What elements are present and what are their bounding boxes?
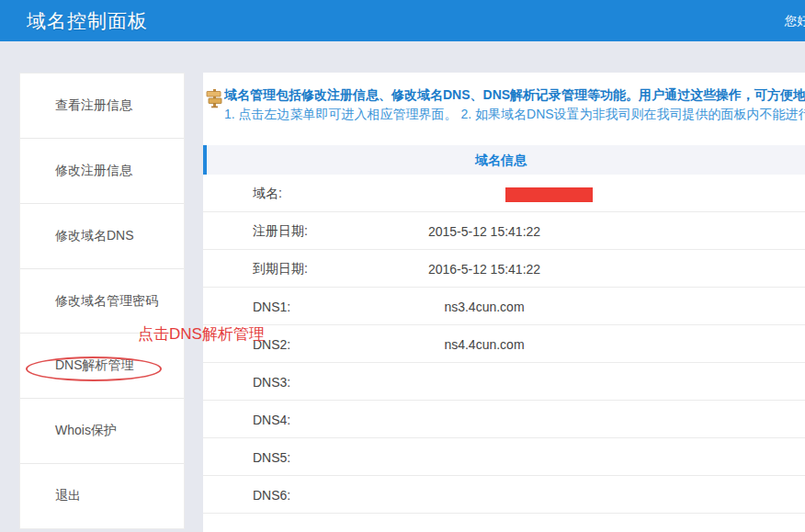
row-value	[300, 363, 668, 401]
row-value	[300, 401, 668, 438]
sidebar-item-logout[interactable]: 退出	[20, 463, 184, 528]
notice-text: 域名管理包括修改注册信息、修改域名DNS、DNS解析记录管理等功能。用户通过这些…	[224, 85, 805, 124]
annotation-tip-text: 点击DNS解析管理	[138, 323, 265, 345]
page: 域名控制面板 您好 查看注册信息 修改注册信息 修改域名DNS 修改域名管理密码…	[0, 0, 805, 532]
sidebar-item-modify-registration[interactable]: 修改注册信息	[20, 138, 184, 203]
row-value	[300, 476, 668, 514]
table-row-dns3: DNS3:	[203, 363, 805, 401]
sidebar-item-label: 修改注册信息	[55, 163, 132, 179]
signpost-icon	[205, 88, 223, 108]
row-value: 2015-5-12 15:41:22	[300, 212, 668, 250]
table-row-dns4: DNS4:	[203, 401, 805, 438]
table-row-dns5: DNS5:	[203, 438, 805, 476]
table-row-expire-date: 到期日期: 2016-5-12 15:41:22	[203, 250, 805, 288]
sidebar-item-label: DNS解析管理	[55, 357, 134, 374]
sidebar-item-label: 修改域名DNS	[55, 228, 134, 244]
row-label: DNS3:	[253, 363, 290, 401]
row-label: DNS5:	[253, 438, 290, 476]
row-label: DNS4:	[253, 401, 290, 438]
table-row-dns2: DNS2: ns4.4cun.com	[203, 325, 805, 363]
sidebar-item-label: 修改域名管理密码	[55, 293, 158, 310]
row-label: 到期日期:	[253, 250, 308, 288]
section-title: 域名信息	[207, 145, 795, 175]
table-row-domain: 域名:	[203, 175, 805, 212]
notice-line2: 1. 点击左边菜单即可进入相应管理界面。 2. 如果域名DNS设置为非我司则在我…	[224, 105, 805, 124]
table-row-register-date: 注册日期: 2015-5-12 15:41:22	[203, 212, 805, 250]
row-value: 2016-5-12 15:41:22	[300, 250, 668, 288]
sidebar-item-modify-dns[interactable]: 修改域名DNS	[20, 203, 184, 268]
sidebar-menu: 查看注册信息 修改注册信息 修改域名DNS 修改域名管理密码 DNS解析管理 W…	[19, 73, 185, 529]
page-title: 域名控制面板	[27, 8, 148, 34]
sidebar-item-label: 退出	[55, 488, 81, 504]
row-label: 注册日期:	[253, 212, 308, 250]
sidebar-item-label: 查看注册信息	[55, 97, 132, 114]
sidebar-item-label: Whois保护	[55, 423, 117, 439]
row-label: DNS1:	[253, 288, 290, 325]
main-panel: 域名管理包括修改注册信息、修改域名DNS、DNS解析记录管理等功能。用户通过这些…	[203, 73, 805, 532]
row-label: 域名:	[253, 175, 282, 212]
row-value: ns4.4cun.com	[300, 325, 668, 363]
user-greeting: 您好	[785, 13, 805, 29]
table-row-dns6: DNS6:	[203, 476, 805, 514]
row-value	[300, 175, 668, 212]
table-row-dns1: DNS1: ns3.4cun.com	[203, 288, 805, 325]
sidebar-item-view-registration[interactable]: 查看注册信息	[20, 74, 184, 138]
notice-line1: 域名管理包括修改注册信息、修改域名DNS、DNS解析记录管理等功能。用户通过这些…	[224, 85, 805, 105]
row-value	[300, 438, 668, 476]
row-label: DNS6:	[253, 476, 290, 514]
row-value: ns3.4cun.com	[300, 288, 668, 325]
notice-block: 域名管理包括修改注册信息、修改域名DNS、DNS解析记录管理等功能。用户通过这些…	[203, 85, 805, 124]
redacted-domain-box	[505, 187, 593, 202]
domain-info-section-header: 域名信息	[203, 145, 805, 175]
top-header-bar: 域名控制面板 您好	[0, 0, 805, 41]
domain-info-table: 域名: 注册日期: 2015-5-12 15:41:22 到期日期: 2016-…	[203, 175, 805, 514]
sidebar-item-whois-protection[interactable]: Whois保护	[20, 398, 184, 463]
